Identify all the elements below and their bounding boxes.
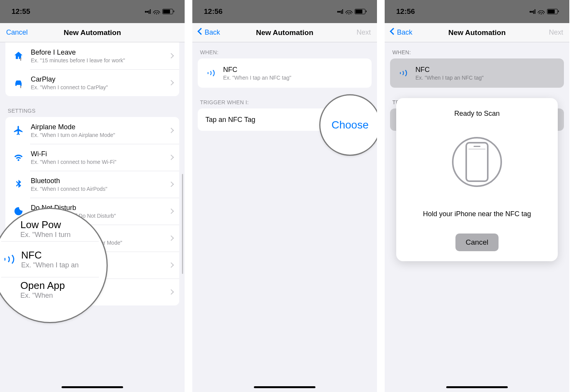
- when-card: NFC Ex. "When I tap an NFC tag": [390, 58, 564, 88]
- battery-icon: [162, 9, 173, 14]
- status-icons: [529, 7, 558, 16]
- nfc-icon: [396, 68, 410, 78]
- scan-title: Ready to Scan: [404, 110, 550, 118]
- row-title: Before I Leave: [31, 48, 169, 57]
- row-when-nfc: NFC Ex. "When I tap an NFC tag": [390, 58, 564, 88]
- carplay-icon: [12, 77, 25, 88]
- mag-sub: Ex. "When I turn: [20, 231, 99, 239]
- back-button[interactable]: Back: [391, 28, 425, 37]
- mag-sub: Ex. "When: [20, 292, 99, 300]
- svg-point-2: [20, 86, 21, 87]
- cancel-button[interactable]: Cancel: [6, 28, 41, 37]
- wifi-icon: [12, 152, 25, 163]
- row-title: CarPlay: [31, 75, 169, 83]
- phone-outline-icon: [465, 142, 489, 182]
- svg-rect-1: [20, 59, 21, 61]
- when-card: NFC Ex. "When I tap an NFC tag": [198, 58, 372, 88]
- nav-bar: Back New Automation Next: [192, 23, 377, 42]
- travel-group: Before I Leave Ex. "15 minutes before I …: [5, 42, 179, 96]
- svg-rect-3: [20, 87, 21, 88]
- home-indicator[interactable]: [254, 386, 315, 388]
- battery-icon: [547, 9, 558, 14]
- highlight-choose-magnifier: Choose: [319, 94, 377, 156]
- chevron-right-icon: [168, 182, 174, 187]
- mag-sub: Ex. "When I tap an: [21, 261, 78, 269]
- status-bar: 12:55: [0, 0, 185, 23]
- bluetooth-icon: [12, 178, 25, 190]
- page-title: New Automation: [448, 28, 505, 37]
- row-airplane-mode[interactable]: Airplane Mode Ex. "When I turn on Airpla…: [5, 117, 179, 144]
- next-button[interactable]: Next: [529, 28, 563, 37]
- scan-cancel-button[interactable]: Cancel: [455, 234, 498, 251]
- status-bar: 12:56: [192, 0, 377, 23]
- status-icons: [145, 7, 173, 16]
- chevron-right-icon: [168, 209, 174, 214]
- screen-2-nfc-config: 12:56 Back New Automation Next WHEN: NFC…: [192, 0, 377, 392]
- status-bar: 12:56: [385, 0, 569, 23]
- section-header-settings: SETTINGS: [0, 96, 185, 117]
- nav-bar: Cancel New Automation: [0, 23, 185, 42]
- chevron-right-icon: [168, 53, 174, 58]
- next-label: Next: [549, 28, 563, 37]
- trigger-label: Tap an NFC Tag: [205, 116, 255, 124]
- wifi-icon: [538, 9, 545, 14]
- scrollbar[interactable]: [182, 174, 183, 274]
- mag-title: Open App: [20, 280, 99, 292]
- status-time: 12:56: [204, 7, 223, 16]
- cancel-label: Cancel: [6, 28, 28, 37]
- row-title: NFC: [415, 66, 558, 74]
- row-wifi[interactable]: Wi-Fi Ex. "When I connect to home Wi-Fi": [5, 144, 179, 171]
- home-leave-icon: [12, 50, 25, 62]
- row-before-i-leave[interactable]: Before I Leave Ex. "15 minutes before I …: [5, 42, 179, 69]
- row-sub: Ex. "When I connect to AirPods": [31, 186, 169, 192]
- home-indicator[interactable]: [62, 386, 123, 388]
- row-carplay[interactable]: CarPlay Ex. "When I connect to CarPlay": [5, 69, 179, 96]
- row-title: Bluetooth: [31, 177, 169, 185]
- cellular-signal-icon: [529, 7, 535, 16]
- home-indicator[interactable]: [446, 386, 508, 388]
- nfc-icon: [1, 253, 16, 266]
- status-time: 12:55: [12, 7, 30, 16]
- screen-3-scan-sheet: 12:56 Back New Automation Next WHEN: NFC…: [385, 0, 569, 392]
- chevron-right-icon: [168, 155, 174, 160]
- row-when-nfc[interactable]: NFC Ex. "When I tap an NFC tag": [198, 58, 372, 88]
- chevron-right-icon: [168, 80, 174, 85]
- chevron-right-icon: [168, 262, 174, 268]
- status-time: 12:56: [396, 7, 415, 16]
- nav-bar: Back New Automation Next: [385, 23, 569, 42]
- row-sub: Ex. "15 minutes before I leave for work": [31, 57, 169, 63]
- nfc-icon: [204, 68, 218, 78]
- cellular-signal-icon: [145, 7, 151, 16]
- next-button[interactable]: Next: [336, 28, 371, 37]
- scan-message: Hold your iPhone near the NFC tag: [404, 210, 550, 218]
- cellular-signal-icon: [337, 7, 343, 16]
- scan-graphic: [452, 137, 502, 187]
- section-header-when: WHEN:: [192, 42, 377, 58]
- chevron-right-icon: [168, 235, 174, 241]
- nfc-scan-sheet: Ready to Scan Hold your iPhone near the …: [396, 98, 558, 261]
- chevron-right-icon: [168, 289, 174, 295]
- back-button[interactable]: Back: [198, 28, 233, 37]
- airplane-icon: [12, 125, 25, 136]
- row-bluetooth[interactable]: Bluetooth Ex. "When I connect to AirPods…: [5, 171, 179, 198]
- row-title: Wi-Fi: [31, 150, 169, 158]
- wifi-icon: [153, 9, 160, 14]
- back-label: Back: [397, 28, 412, 37]
- page-title: New Automation: [256, 28, 313, 37]
- row-title: Airplane Mode: [31, 123, 169, 131]
- row-sub: Ex. "When I connect to CarPlay": [31, 84, 169, 90]
- chevron-left-icon: [391, 29, 395, 37]
- row-title: NFC: [223, 66, 365, 74]
- status-icons: [337, 7, 365, 16]
- wifi-icon: [345, 9, 352, 14]
- chevron-right-icon: [168, 128, 174, 133]
- chevron-left-icon: [198, 29, 203, 37]
- section-header-when: WHEN:: [385, 42, 569, 58]
- row-sub: Ex. "When I tap an NFC tag": [223, 75, 365, 81]
- battery-icon: [355, 9, 365, 14]
- back-label: Back: [205, 28, 220, 37]
- row-sub: Ex. "When I turn on Airplane Mode": [31, 132, 169, 138]
- mag-choose-label: Choose: [332, 119, 369, 131]
- mag-title: NFC: [21, 249, 78, 261]
- screen-1-triggers-list: 12:55 Cancel New Automation Before I Lea…: [0, 0, 185, 392]
